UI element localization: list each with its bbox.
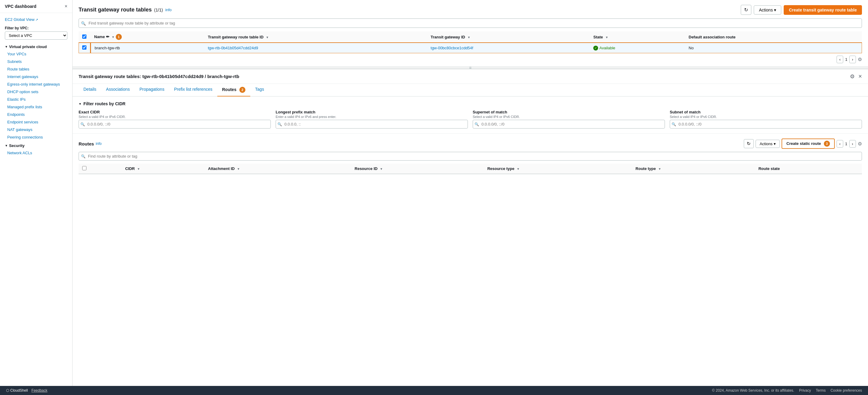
tab-propagations[interactable]: Propagations [134, 84, 169, 96]
top-panel-title: Transit gateway route tables (1/1) info [79, 7, 172, 13]
routes-col-cidr-sort-icon[interactable]: ▼ [137, 167, 140, 171]
top-panel-title-text: Transit gateway route tables [79, 7, 152, 13]
routes-col-route-type: Route type ▼ [632, 164, 755, 174]
routes-actions-button[interactable]: Actions ▾ [755, 140, 780, 148]
filter-longest-prefix-input[interactable] [276, 120, 468, 129]
routes-col-attachment-id: Attachment ID ▼ [204, 164, 351, 174]
filter-field-longest-prefix: Longest prefix match Enter a valid IP4 o… [276, 110, 468, 129]
detail-panel-tabs: Details Associations Propagations Prefix… [72, 84, 868, 96]
routes-col-route-type-sort-icon[interactable]: ▼ [658, 167, 661, 171]
top-panel-select-all-checkbox[interactable] [82, 34, 87, 39]
routes-prev-page-button[interactable]: ‹ [837, 140, 843, 148]
sidebar-item-peering[interactable]: Peering connections [0, 133, 72, 141]
top-panel-col-default-assoc: Default association route [685, 31, 862, 43]
routes-search-input[interactable] [79, 152, 862, 161]
routes-actions: ↻ Actions ▾ Create static route 3 ‹ 1 [744, 139, 862, 149]
sidebar-item-egress-only[interactable]: Egress-only internet gateways [0, 81, 72, 88]
sidebar-item-ec2-global-view[interactable]: EC2 Global View [0, 16, 72, 24]
filter-subnet-input[interactable] [670, 120, 862, 129]
detail-panel-title: Transit gateway route tables: tgw-rtb-0b… [79, 74, 239, 79]
top-panel-refresh-button[interactable]: ↻ [741, 5, 751, 15]
top-panel-next-page-button[interactable]: › [849, 56, 856, 63]
routes-pagination-settings-icon[interactable]: ⚙ [858, 141, 862, 147]
routes-col-attachment-id-sort-icon[interactable]: ▼ [237, 167, 240, 171]
sidebar-close-icon[interactable]: × [65, 4, 67, 9]
top-panel-count: (1/1) [154, 7, 163, 12]
bottom-bar-terms-link[interactable]: Terms [816, 388, 826, 393]
tab-associations[interactable]: Associations [101, 84, 135, 96]
sidebar-item-internet-gateways[interactable]: Internet gateways [0, 73, 72, 81]
tab-routes[interactable]: Routes 2 [217, 84, 250, 96]
top-panel-col-tgw-id-sort-icon[interactable]: ▼ [468, 36, 471, 39]
routes-col-resource-type-sort-icon[interactable]: ▼ [517, 167, 520, 171]
top-panel-col-state-sort-icon[interactable]: ▼ [606, 36, 609, 39]
filter-label-exact-cidr: Exact CIDR [79, 110, 271, 114]
routes-header: Routes info ↻ Actions ▾ Create static ro… [79, 139, 862, 149]
tab-prefix-list-references[interactable]: Prefix list references [169, 84, 217, 96]
top-panel-actions-chevron-icon: ▾ [774, 7, 776, 12]
sidebar-item-prefix-lists[interactable]: Managed prefix lists [0, 103, 72, 111]
top-panel-col-name-sort-icon[interactable]: ▼ [112, 35, 115, 39]
main-content: Transit gateway route tables (1/1) info … [72, 0, 868, 395]
filter-exact-cidr-input[interactable] [79, 120, 271, 129]
top-panel-actions-button[interactable]: Actions ▾ [754, 5, 781, 15]
panel-drag-handle[interactable] [72, 66, 868, 69]
sidebar-item-route-tables[interactable]: Route tables [0, 65, 72, 73]
top-panel-create-button[interactable]: Create transit gateway route table [784, 5, 862, 15]
routes-page-num: 1 [845, 142, 847, 146]
routes-select-all-checkbox[interactable] [82, 166, 87, 170]
routes-info-link[interactable]: info [96, 142, 101, 146]
row-tgw-id-link[interactable]: tgw-00bc80cbce1cdd54f [431, 46, 473, 50]
bottom-bar-cookies-link[interactable]: Cookie preferences [831, 388, 862, 393]
filter-label-subnet: Subnet of match [670, 110, 862, 114]
filter-section-title[interactable]: Filter routes by CIDR [79, 101, 862, 106]
routes-actions-label: Actions [760, 142, 773, 146]
top-panel-col-state: State ▼ [590, 31, 685, 43]
routes-refresh-button[interactable]: ↻ [744, 139, 754, 148]
routes-next-page-button[interactable]: › [849, 140, 856, 148]
tab-details[interactable]: Details [79, 84, 101, 96]
sidebar-item-network-acls[interactable]: Network ACLs [0, 149, 72, 157]
tab-tags[interactable]: Tags [250, 84, 269, 96]
top-panel-search-input[interactable] [79, 19, 862, 28]
filter-section: Filter routes by CIDR Exact CIDR Select … [72, 96, 868, 134]
sidebar-section-virtual-private-cloud[interactable]: Virtual private cloud [0, 42, 72, 50]
filter-field-subnet: Subnet of match Select a valid IP4 or IP… [670, 110, 862, 129]
top-panel-prev-page-button[interactable]: ‹ [837, 56, 843, 63]
sidebar-section-security[interactable]: Security [0, 141, 72, 149]
sidebar-item-subnets[interactable]: Subnets [0, 58, 72, 65]
sidebar-item-endpoints[interactable]: Endpoints [0, 111, 72, 118]
top-panel-col-name-edit-icon[interactable]: ✏ [106, 34, 110, 39]
top-panel-info-link[interactable]: info [165, 7, 172, 12]
sidebar-item-dhcp[interactable]: DHCP option sets [0, 88, 72, 95]
filter-supernet-input[interactable] [473, 120, 665, 129]
top-panel-page-num: 1 [845, 57, 847, 62]
top-panel-col-rtb-id-sort-icon[interactable]: ▼ [266, 36, 269, 39]
bottom-bar-copyright: © 2024, Amazon Web Services, Inc. or its… [712, 388, 794, 393]
sidebar-item-elastic-ips[interactable]: Elastic IPs [0, 95, 72, 103]
top-panel-pagination-settings-icon[interactable]: ⚙ [858, 57, 862, 62]
sidebar-vpc-select[interactable]: Select a VPC [5, 31, 67, 39]
detail-panel-close-icon[interactable]: × [858, 73, 862, 80]
bottom-bar-privacy-link[interactable]: Privacy [799, 388, 811, 393]
sidebar-nav: EC2 Global View Filter by VPC: Select a … [0, 13, 72, 395]
table-row[interactable]: branch-tgw-rtb tgw-rtb-0b41b05d47cdd24d9… [79, 43, 862, 53]
filter-field-exact-cidr: Exact CIDR Select a valid IP4 or IPv6 CI… [79, 110, 271, 129]
row-tgw-id-cell: tgw-00bc80cbce1cdd54f [427, 43, 590, 53]
row-rtb-id-link[interactable]: tgw-rtb-0b41b05d47cdd24d9 [208, 46, 258, 50]
sidebar-item-endpoint-services[interactable]: Endpoint services [0, 118, 72, 126]
sidebar-title: VPC dashboard [5, 4, 36, 9]
sidebar-item-nat-gateways[interactable]: NAT gateways [0, 126, 72, 133]
top-panel-wrapper: Transit gateway route tables (1/1) info … [72, 0, 868, 66]
filter-input-supernet [473, 120, 665, 129]
routes-col-resource-id-sort-icon[interactable]: ▼ [380, 167, 383, 171]
routes-create-static-route-button[interactable]: Create static route 3 [781, 139, 835, 149]
row-state-cell: Available [590, 43, 685, 53]
sidebar-item-your-vpcs[interactable]: Your VPCs [0, 50, 72, 58]
row-default-assoc: No [689, 46, 694, 50]
step2-badge: 2 [239, 87, 245, 93]
filter-field-supernet: Supernet of match Select a valid IP4 or … [473, 110, 665, 129]
detail-panel-gear-icon[interactable]: ⚙ [850, 73, 855, 80]
row-checkbox[interactable] [82, 45, 87, 50]
top-panel-search-bar [79, 19, 862, 28]
